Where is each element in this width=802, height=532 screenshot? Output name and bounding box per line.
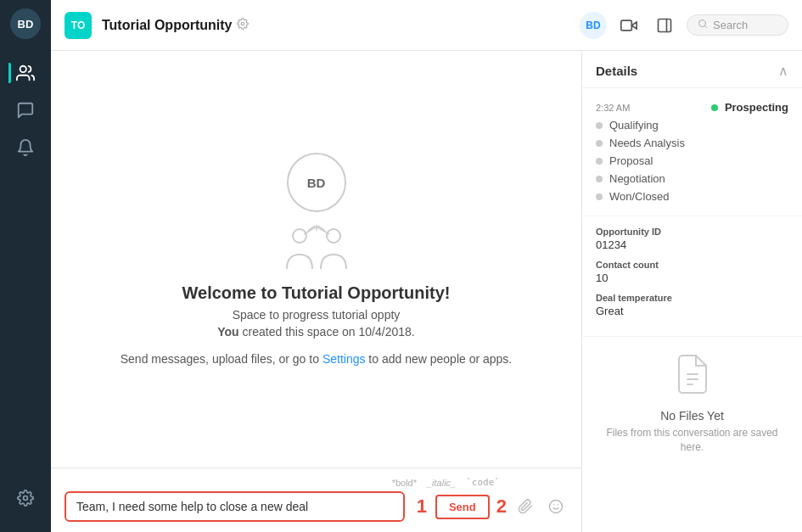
svg-point-9 (293, 229, 306, 243)
nav-bar: BD (0, 0, 51, 532)
pipeline-label-negotiation: Negotiation (609, 172, 665, 185)
pipeline-label-prospecting: Prospecting (725, 101, 788, 114)
label-1: 1 (417, 496, 427, 518)
welcome-creator-date: created this space on 10/4/2018. (239, 325, 415, 339)
bold-format-label: *bold* (392, 478, 417, 488)
chat-area: BD (51, 51, 581, 532)
search-box[interactable]: Search (687, 14, 788, 36)
chat-messages: BD (51, 51, 581, 468)
chat-input-area: *bold* _italic_ `code` 1 Send 2 (51, 468, 581, 532)
welcome-creator: You created this space on 10/4/2018. (217, 325, 414, 339)
contact-count-label: Contact count (596, 260, 788, 270)
video-call-icon[interactable] (615, 12, 642, 39)
pipeline-label-needs: Needs Analysis (609, 137, 685, 149)
room-name: Tutorial Opportunity (102, 18, 232, 33)
svg-point-2 (242, 22, 245, 25)
welcome-desc-prefix: Send messages, upload files, or go to (121, 352, 322, 366)
sidebar-item-notifications[interactable] (8, 131, 42, 165)
files-desc: Files from this conversation are saved h… (596, 426, 788, 455)
welcome-subtitle: Space to progress tutorial oppty (233, 308, 401, 322)
send-btn-wrapper: Send 2 (435, 495, 568, 519)
settings-link[interactable]: Settings (322, 352, 366, 366)
svg-point-0 (20, 66, 26, 72)
pipeline-dot-active (711, 104, 718, 111)
pipeline-item-won-closed: Won/Closed (596, 188, 788, 205)
svg-point-1 (24, 496, 28, 501)
sidebar-toggle-icon[interactable] (651, 12, 678, 39)
deal-temp-label: Deal temperature (596, 293, 788, 303)
italic-format-label: _italic_ (427, 478, 456, 488)
svg-marker-3 (631, 21, 637, 28)
input-format-toolbar: *bold* _italic_ `code` (64, 477, 568, 488)
svg-line-11 (304, 227, 317, 234)
files-icon (676, 354, 709, 402)
welcome-highlight: Tutorial Opportunity! (282, 283, 451, 302)
svg-rect-4 (621, 20, 632, 31)
pipeline-label-qualifying: Qualifying (609, 119, 659, 132)
input-row: 1 Send 2 (64, 491, 568, 522)
people-illustration (278, 222, 355, 277)
deal-temp-field: Deal temperature Great (596, 293, 788, 317)
sidebar-item-chat[interactable] (8, 93, 42, 127)
contact-count-value: 10 (596, 272, 788, 284)
header-actions: BD Search (580, 12, 788, 39)
top-header: TO Tutorial Opportunity BD (51, 0, 802, 51)
details-header: Details ∧ (582, 51, 802, 88)
nav-user-avatar[interactable]: BD (10, 8, 41, 39)
search-icon (698, 19, 708, 31)
welcome-desc-suffix: to add new people or apps. (365, 352, 512, 366)
details-collapse-btn[interactable]: ∧ (778, 63, 788, 79)
svg-line-12 (317, 227, 329, 234)
message-input[interactable] (64, 491, 405, 522)
attachment-icon[interactable] (513, 495, 537, 518)
pipeline-item-needs-analysis: Needs Analysis (596, 134, 788, 152)
contact-count-field: Contact count 10 (596, 260, 788, 284)
pipeline-item-prospecting: 2:32 AM Prospecting (596, 98, 788, 116)
pipeline-item-qualifying: Qualifying (596, 116, 788, 134)
body-area: BD (51, 51, 802, 532)
deal-temp-value: Great (596, 305, 788, 317)
pipeline-label-won: Won/Closed (609, 190, 670, 203)
welcome-title: Welcome to Tutorial Opportunity! (182, 283, 451, 303)
nav-gear-icon[interactable] (8, 481, 42, 515)
svg-point-10 (327, 229, 340, 243)
pipeline-section: 2:32 AM Prospecting Qualifying Needs Ana… (582, 88, 802, 216)
files-title: No Files Yet (660, 409, 724, 423)
pipeline-dot-proposal (596, 158, 603, 165)
room-settings-icon[interactable] (237, 18, 249, 32)
pipeline-dot-negotiation (596, 176, 603, 182)
welcome-description: Send messages, upload files, or go to Se… (121, 352, 513, 366)
code-format-label: `code` (466, 477, 500, 488)
welcome-avatar: BD (287, 153, 346, 212)
welcome-avatar-initials: BD (289, 154, 345, 210)
welcome-creator-you: You (217, 325, 238, 339)
header-title: Tutorial Opportunity (102, 18, 569, 33)
svg-line-8 (704, 25, 706, 27)
emoji-icon[interactable] (544, 495, 568, 518)
pipeline-time: 2:32 AM (596, 103, 630, 113)
room-avatar: TO (64, 12, 92, 39)
main-content: TO Tutorial Opportunity BD (51, 0, 802, 532)
opportunity-id-value: 01234 (596, 238, 788, 251)
opportunity-id-field: Opportunity ID 01234 (596, 227, 788, 251)
sidebar-item-people[interactable] (8, 56, 42, 90)
svg-point-16 (550, 501, 563, 513)
pipeline-item-negotiation: Negotiation (596, 170, 788, 188)
opportunity-id-label: Opportunity ID (596, 227, 788, 237)
pipeline-dot-needs (596, 140, 603, 147)
details-fields-section: Opportunity ID 01234 Contact count 10 De… (582, 216, 802, 337)
label-2: 2 (496, 496, 507, 518)
svg-rect-5 (659, 19, 671, 31)
search-label: Search (713, 19, 748, 31)
files-section: No Files Yet Files from this conversatio… (582, 337, 802, 472)
details-title: Details (596, 64, 637, 78)
welcome-prefix: Welcome to (182, 283, 282, 302)
right-panel: Details ∧ 2:32 AM Prospecting Qualifying… (581, 51, 802, 532)
pipeline-item-proposal: Proposal (596, 152, 788, 170)
user-avatar-header[interactable]: BD (580, 12, 607, 39)
pipeline-dot-won (596, 193, 603, 200)
pipeline-dot-qualifying (596, 122, 603, 129)
send-button[interactable]: Send (435, 495, 490, 519)
pipeline-label-proposal: Proposal (609, 154, 653, 167)
